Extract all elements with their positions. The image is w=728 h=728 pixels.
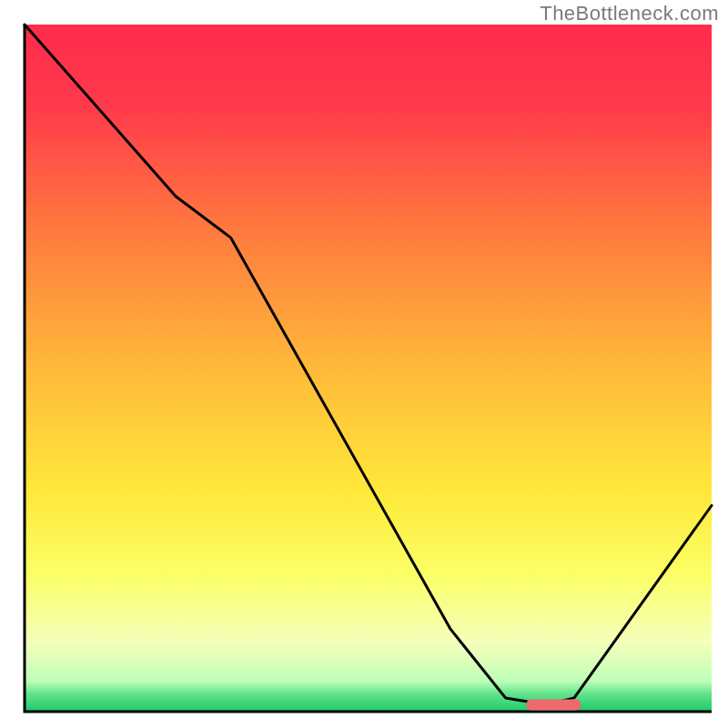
svg-rect-0 <box>25 25 712 712</box>
svg-rect-1 <box>526 699 581 710</box>
plot-area <box>25 25 712 712</box>
bottleneck-chart <box>0 0 728 728</box>
chart-container: TheBottleneck.com <box>0 0 728 728</box>
optimal-marker <box>526 699 581 710</box>
watermark-text: TheBottleneck.com <box>540 2 719 25</box>
